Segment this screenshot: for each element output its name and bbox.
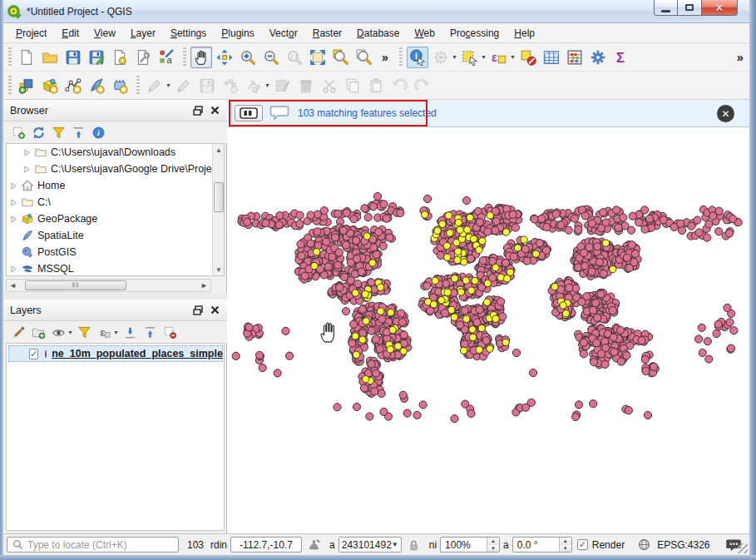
browser-horizontal-scrollbar[interactable]: ◄ ⦀⦀ ►: [6, 279, 211, 292]
menu-processing[interactable]: Processing: [442, 25, 506, 42]
current-edits-dropdown-arrow[interactable]: ▾: [165, 82, 172, 89]
resize-grip[interactable]: [738, 543, 748, 553]
browser-item-c-users-ujaval-downloads[interactable]: C:\Users\ujaval\Downloads: [7, 144, 224, 161]
selection-message[interactable]: 103 matching features selected: [298, 107, 437, 119]
maximize-button[interactable]: [678, 0, 701, 16]
menu-raster[interactable]: Raster: [305, 25, 349, 42]
menu-vector[interactable]: Vector: [262, 25, 305, 42]
menu-database[interactable]: Database: [349, 25, 407, 42]
layers-float-button[interactable]: [190, 303, 205, 318]
dock-splitter[interactable]: [3, 293, 227, 300]
browser-item-spatialite[interactable]: SpatiaLite: [7, 227, 224, 244]
deselect-features-button[interactable]: [517, 47, 539, 68]
minimize-button[interactable]: [654, 0, 678, 16]
menu-layer[interactable]: Layer: [123, 25, 163, 42]
new-geopackage-layer-button[interactable]: [39, 75, 61, 97]
browser-item-c-users-ujaval-google-drive-proje[interactable]: C:\Users\ujaval\Google Drive\Proje: [7, 161, 224, 177]
collapse-all-button[interactable]: [68, 122, 88, 142]
manage-map-themes-dropdown-arrow[interactable]: ▾: [67, 329, 74, 336]
identify-features-button[interactable]: i: [407, 47, 428, 68]
magnifier-spinbox[interactable]: 100% ▲▼: [440, 537, 500, 553]
style-manager-button[interactable]: a: [156, 47, 177, 68]
filter-legend-button[interactable]: [74, 322, 94, 342]
menu-web[interactable]: Web: [407, 25, 442, 42]
pan-to-selection-button[interactable]: [214, 47, 235, 68]
new-virtual-layer-button[interactable]: [109, 75, 131, 97]
menu-view[interactable]: View: [86, 25, 123, 42]
rotation-spinbox[interactable]: 0.0 ° ▲▼: [512, 537, 572, 553]
zoom-to-selection-button[interactable]: [330, 47, 352, 68]
menu-project[interactable]: Project: [8, 25, 54, 42]
add-group-button[interactable]: [28, 322, 48, 342]
toolbar-grip[interactable]: [183, 47, 186, 67]
extents-toggle-icon[interactable]: [307, 538, 321, 552]
close-button[interactable]: ✕: [701, 0, 738, 16]
processing-toolbox-button[interactable]: [587, 47, 609, 68]
browser-item-geopackage[interactable]: GeoPackage: [7, 211, 224, 227]
menu-help[interactable]: Help: [506, 25, 542, 42]
collapse-all-layers-button[interactable]: [140, 322, 160, 342]
filter-by-expression-dropdown-arrow[interactable]: ▾: [112, 329, 120, 336]
browser-item-mssql[interactable]: MSSQL: [7, 260, 224, 276]
message-close-button[interactable]: ✕: [717, 105, 734, 122]
expand-all-button[interactable]: [120, 322, 140, 342]
save-project-button[interactable]: [62, 47, 84, 68]
map-canvas[interactable]: [228, 127, 749, 533]
menu-settings[interactable]: Settings: [163, 25, 214, 42]
add-selected-layers-button[interactable]: [8, 122, 28, 142]
lock-scale-icon[interactable]: [408, 538, 420, 552]
open-attribute-table-button[interactable]: [541, 47, 562, 68]
layers-close-button[interactable]: [207, 303, 222, 318]
hscroll-thumb[interactable]: ⦀⦀: [25, 280, 126, 290]
remove-layer-group-button[interactable]: [160, 322, 180, 342]
layer-visibility-checkbox[interactable]: ✓: [29, 349, 38, 359]
expander-icon[interactable]: [10, 216, 20, 223]
expander-icon[interactable]: [23, 166, 33, 173]
menu-plugins[interactable]: Plugins: [214, 25, 261, 42]
render-toggle[interactable]: ✓ Render: [577, 539, 625, 551]
manage-map-themes-button[interactable]: [48, 322, 68, 342]
browser-close-button[interactable]: [207, 103, 222, 118]
new-spatialite-layer-button[interactable]: [86, 75, 107, 97]
toolbar-grip[interactable]: [8, 47, 12, 67]
run-feature-action-dropdown-arrow[interactable]: ▾: [451, 53, 458, 61]
save-project-as-button[interactable]: [86, 47, 107, 68]
vertex-tool-dropdown-arrow[interactable]: ▾: [264, 82, 271, 89]
scroll-down-arrow[interactable]: ▼: [213, 264, 225, 275]
scroll-left-arrow[interactable]: ◄: [7, 280, 19, 291]
browser-float-button[interactable]: [190, 103, 205, 118]
new-print-layout-button[interactable]: [109, 47, 131, 68]
browser-item-home[interactable]: Home: [7, 177, 224, 194]
select-by-expression-button[interactable]: ε: [488, 47, 510, 68]
filter-by-expression-button[interactable]: ε: [94, 322, 114, 342]
pan-map-button[interactable]: [190, 47, 212, 68]
expander-icon[interactable]: [23, 149, 33, 156]
toolbar-grip[interactable]: [136, 76, 140, 96]
zoom-out-button[interactable]: [260, 47, 282, 68]
select-features-button[interactable]: [459, 47, 481, 68]
toolbar-grip[interactable]: [399, 47, 403, 67]
scroll-up-arrow[interactable]: ▲: [213, 144, 225, 156]
data-source-manager-button[interactable]: [16, 75, 37, 97]
zoom-full-button[interactable]: [307, 47, 329, 68]
toolbar-overflow-1-button[interactable]: »: [377, 47, 393, 68]
select-by-expression-dropdown-arrow[interactable]: ▾: [509, 53, 516, 61]
menu-edit[interactable]: Edit: [54, 25, 86, 42]
form-view-toggle-icon[interactable]: [235, 105, 263, 121]
filter-browser-button[interactable]: [48, 122, 68, 142]
open-layer-styling-button[interactable]: [8, 322, 28, 342]
browser-item-c-[interactable]: C:\: [7, 194, 224, 211]
layer-item[interactable]: ✓ ne_10m_populated_places_simple: [8, 345, 223, 362]
scale-combobox[interactable]: 243101492▼: [338, 537, 402, 553]
show-layout-manager-button[interactable]: [132, 47, 154, 68]
expander-icon[interactable]: [10, 199, 20, 206]
field-calculator-button[interactable]: [564, 47, 586, 68]
browser-item-postgis[interactable]: PostGIS: [7, 244, 224, 260]
statistics-panel-button[interactable]: Σ: [610, 47, 632, 68]
new-project-button[interactable]: [16, 47, 37, 68]
zoom-in-button[interactable]: [237, 47, 259, 68]
crs-status[interactable]: EPSG:4326: [657, 539, 709, 551]
coordinate-input[interactable]: -112.7,-10.7: [230, 537, 302, 553]
open-project-button[interactable]: [39, 47, 61, 68]
select-features-dropdown-arrow[interactable]: ▾: [480, 53, 487, 61]
